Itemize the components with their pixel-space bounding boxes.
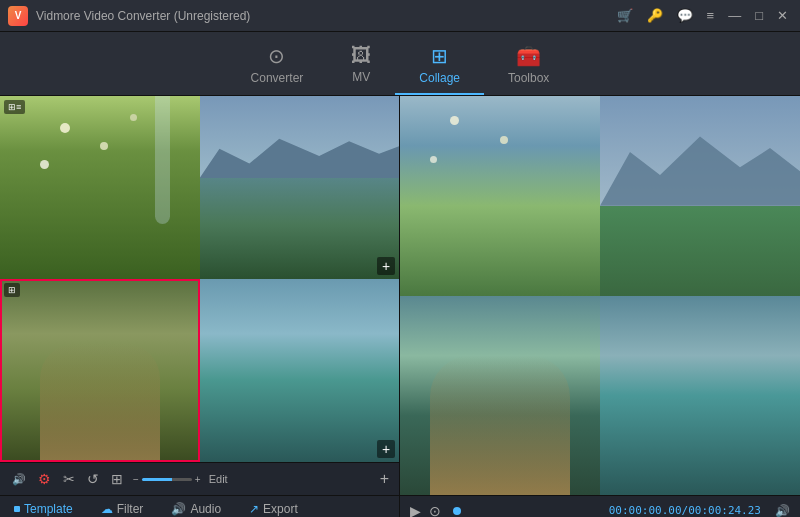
app-title: Vidmore Video Converter (Unregistered) [36, 9, 613, 23]
menu-icon[interactable]: ≡ [703, 8, 719, 23]
volume-slider[interactable]: − + [133, 474, 201, 485]
key-icon[interactable]: 🔑 [643, 8, 667, 23]
cell-badge-bottom-left: ⊞ [4, 283, 20, 297]
converter-icon: ⊙ [268, 44, 285, 68]
left-toolbar: 🔊 ⚙ ✂ ↺ ⊞ − + Edit + [0, 462, 399, 495]
tab-collage-label: Collage [419, 71, 460, 85]
template-dot [14, 506, 20, 512]
right-controls: ▶ ⊙ 00:00:00.00/00:00:24.23 🔊 [400, 495, 800, 517]
progress-indicator [453, 507, 461, 515]
window-controls: 🛒 🔑 💬 ≡ — □ ✕ [613, 8, 792, 23]
left-panel: ⊞≡ + [0, 96, 400, 517]
nav-tabs: ⊙ Converter 🖼 MV ⊞ Collage 🧰 Toolbox [0, 32, 800, 96]
app-logo: V [8, 6, 28, 26]
slider-track[interactable] [142, 478, 192, 481]
edit-label: Edit [209, 473, 228, 485]
tab-template-label: Template [24, 502, 73, 516]
cell-highlight-bottom-left [0, 279, 200, 462]
tab-filter-label: Filter [117, 502, 144, 516]
tab-export[interactable]: ↗ Export [235, 496, 312, 517]
cart-icon[interactable]: 🛒 [613, 8, 637, 23]
tab-mv-label: MV [352, 70, 370, 84]
add-clip-bottom-right[interactable]: + [377, 440, 395, 458]
add-clip-top-right[interactable]: + [377, 257, 395, 275]
tab-audio[interactable]: 🔊 Audio [157, 496, 235, 517]
play-button[interactable]: ▶ [410, 503, 421, 518]
plus-icon: + [195, 474, 201, 485]
time-display: 00:00:00.00/00:00:24.23 [609, 504, 761, 517]
tab-mv[interactable]: 🖼 MV [327, 38, 395, 95]
title-bar: V Vidmore Video Converter (Unregistered)… [0, 0, 800, 32]
tab-audio-label: Audio [190, 502, 221, 516]
tab-toolbox[interactable]: 🧰 Toolbox [484, 38, 573, 95]
cell-badge-top-left: ⊞≡ [4, 100, 25, 114]
chat-icon[interactable]: 💬 [673, 8, 697, 23]
toolbox-icon: 🧰 [516, 44, 541, 68]
left-video-grid: ⊞≡ + [0, 96, 399, 462]
tab-export-label: Export [263, 502, 298, 516]
right-cell-top-left [400, 96, 600, 296]
stop-button[interactable]: ⊙ [429, 503, 441, 518]
minimize-button[interactable]: — [724, 8, 745, 23]
tab-converter[interactable]: ⊙ Converter [227, 38, 328, 95]
right-cell-bottom-right [600, 296, 800, 496]
tab-template[interactable]: Template [0, 496, 87, 517]
tab-converter-label: Converter [251, 71, 304, 85]
maximize-button[interactable]: □ [751, 8, 767, 23]
add-clip-btn[interactable]: + [380, 470, 389, 488]
layout-icon-btn[interactable]: ⊞ [109, 469, 125, 489]
video-cell-bottom-left[interactable]: ⊞ [0, 279, 200, 462]
close-button[interactable]: ✕ [773, 8, 792, 23]
right-preview [400, 96, 800, 495]
export-tab-icon: ↗ [249, 502, 259, 516]
right-cell-bottom-left [400, 296, 600, 496]
minus-icon: − [133, 474, 139, 485]
collage-icon: ⊞ [431, 44, 448, 68]
volume-icon-right[interactable]: 🔊 [775, 504, 790, 518]
right-cell-top-right [600, 96, 800, 296]
audio-icon: 🔊 [171, 502, 186, 516]
video-cell-top-right[interactable]: + [200, 96, 400, 279]
right-video-grid [400, 96, 800, 495]
mv-icon: 🖼 [351, 44, 371, 67]
main-content: ⊞≡ + [0, 96, 800, 517]
left-tabs: Template ☁ Filter 🔊 Audio ↗ Export [0, 495, 399, 517]
video-cell-top-left[interactable]: ⊞≡ [0, 96, 200, 279]
tab-toolbox-label: Toolbox [508, 71, 549, 85]
left-preview: ⊞≡ + [0, 96, 399, 462]
tab-filter[interactable]: ☁ Filter [87, 496, 158, 517]
undo-icon-btn[interactable]: ↺ [85, 469, 101, 489]
filter-icon: ☁ [101, 502, 113, 516]
volume-icon[interactable]: 🔊 [10, 471, 28, 488]
tab-collage[interactable]: ⊞ Collage [395, 38, 484, 95]
video-cell-bottom-right[interactable]: + [200, 279, 400, 462]
right-panel: ▶ ⊙ 00:00:00.00/00:00:24.23 🔊 [400, 96, 800, 517]
settings-icon-btn[interactable]: ⚙ [36, 469, 53, 489]
cut-icon-btn[interactable]: ✂ [61, 469, 77, 489]
